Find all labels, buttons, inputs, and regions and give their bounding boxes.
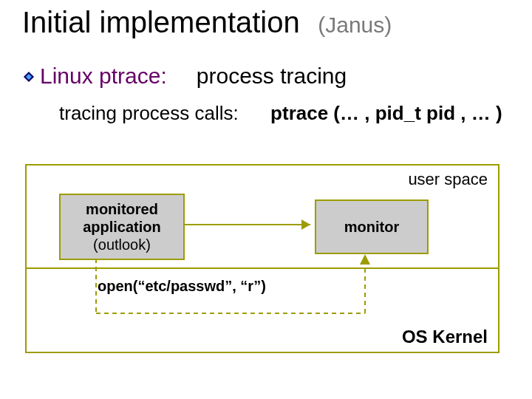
- svg-marker-7: [360, 254, 370, 265]
- user-space-label: user space: [408, 170, 488, 189]
- subline-call: ptrace (… , pid_t pid , … ): [270, 102, 502, 124]
- slide-subtitle: (Janus): [318, 13, 392, 37]
- monitor-label: monitor: [316, 218, 427, 236]
- svg-marker-3: [301, 219, 310, 230]
- title-row: Initial implementation (Janus): [22, 6, 510, 39]
- monitored-line3: (outlook): [61, 236, 183, 253]
- monitored-line2: application: [61, 218, 183, 236]
- bullet-label: Linux ptrace:: [40, 64, 167, 89]
- slide: Initial implementation (Janus) Linux ptr…: [0, 0, 532, 399]
- subline: tracing process calls: ptrace (… , pid_t…: [59, 100, 502, 126]
- monitored-line1: monitored: [61, 200, 183, 218]
- monitor-box: monitor: [315, 200, 429, 254]
- slide-title: Initial implementation: [22, 6, 300, 38]
- os-kernel-label: OS Kernel: [402, 327, 488, 347]
- user-kernel-divider: [27, 267, 498, 269]
- bullet-row: Linux ptrace: process tracing: [22, 64, 347, 89]
- monitored-app-box: monitored application (outlook): [59, 194, 185, 260]
- bullet-rest: process tracing: [197, 64, 347, 89]
- syscall-label: open(“etc/passwd”, “r”): [98, 278, 266, 295]
- diagram-frame: user space OS Kernel monitored applicati…: [25, 164, 499, 353]
- diamond-bullet-icon: [22, 64, 35, 89]
- subline-prefix: tracing process calls:: [59, 102, 239, 124]
